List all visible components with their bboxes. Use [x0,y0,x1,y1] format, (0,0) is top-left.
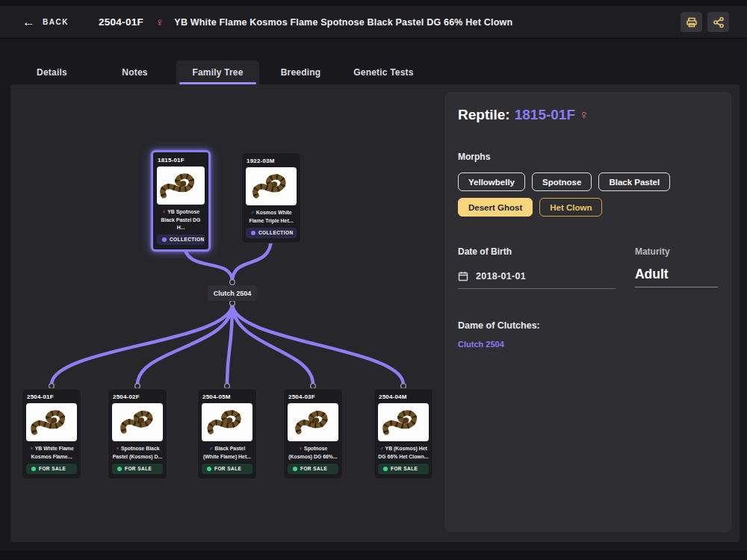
morph-chip-spotnose[interactable]: Spotnose [532,172,592,191]
tree-node-2504-04M[interactable]: 2504-04M ♂ YB (Kosmos) Het DG 66% Het Cl… [374,388,433,479]
snake-photo [26,403,77,441]
snake-photo [112,403,163,441]
family-tree-canvas[interactable]: 1815-01F ♀ YB Spotnose Black Pastel DG H… [10,84,740,542]
dob-input[interactable]: 2018-01-01 [458,271,616,289]
clutch-node[interactable]: Clutch 2504 [208,285,257,301]
status-badge: FOR SALE [202,464,252,474]
female-icon: ♀ [299,445,303,452]
node-morphs: ♂ Kosmos White Flame Triple Het... [246,209,297,225]
male-icon: ♂ [209,445,214,452]
female-icon: ♀ [162,208,167,215]
morph-chip-black-pastel[interactable]: Black Pastel [598,172,670,191]
back-button[interactable]: ← BACK [22,16,69,28]
snake-photo [288,403,338,441]
for-sale-dot-icon [383,467,388,471]
back-arrow-icon: ← [22,16,35,28]
snake-photo [157,167,205,205]
node-id: 2504-01F [27,393,77,400]
status-badge: FOR SALE [288,464,338,474]
snake-photo [202,403,252,441]
page-title: YB White Flame Kosmos Flame Spotnose Bla… [174,17,512,28]
status-badge: COLLECTION [157,234,205,245]
node-id: 1815-01F [158,157,205,164]
female-icon: ♀ [29,445,34,452]
tree-node-2504-02F[interactable]: 2504-02F ♀ Spotnose Black Pastel (Kosmos… [108,388,167,479]
maturity-field: Maturity Adult [635,246,718,289]
tree-node-1922-03M[interactable]: 1922-03M ♂ Kosmos White Flame Triple Het… [241,152,301,243]
panel-reptile-id: 1815-01F [515,107,575,122]
collection-dot-icon [162,237,167,242]
snake-photo [378,403,429,441]
node-morphs: ♀ Spotnose (Kosmos) DG 66%... [288,445,338,461]
morph-chip-desert-ghost[interactable]: Desert Ghost [458,198,533,217]
back-label: BACK [43,18,69,26]
for-sale-dot-icon [293,467,297,471]
node-id: 2504-04M [379,393,429,400]
tab-details[interactable]: Details [10,60,93,84]
maturity-value[interactable]: Adult [635,267,718,287]
panel-heading: Reptile:1815-01F♀ [458,107,718,123]
female-icon: ♀ [579,108,589,122]
print-button[interactable] [681,12,702,32]
for-sale-dot-icon [31,467,36,471]
header-actions [681,12,729,32]
fields-row: Date of Birth 2018-01-01 Maturity Adult [458,246,718,289]
tab-genetic-tests[interactable]: Genetic Tests [342,60,425,84]
date-of-birth-field: Date of Birth 2018-01-01 [458,246,616,289]
tab-family-tree[interactable]: Family Tree [176,60,259,84]
morph-chips: Yellowbelly Spotnose Black Pastel Desert… [458,172,718,217]
status-badge: COLLECTION [246,228,297,238]
node-morphs: ♂ YB (Kosmos) Het DG 66% Het Clown... [378,445,429,461]
node-id: 1922-03M [247,158,297,164]
for-sale-dot-icon [117,467,122,471]
printer-icon [686,16,698,28]
main-content: Details Notes Family Tree Breeding Genet… [0,39,747,551]
male-icon: ♂ [250,209,255,216]
tree-node-2504-03F[interactable]: 2504-03F ♀ Spotnose (Kosmos) DG 66%... F… [283,388,343,479]
female-icon: ♀ [155,16,164,28]
status-badge: FOR SALE [378,464,429,474]
male-icon: ♂ [379,445,384,452]
tab-breeding[interactable]: Breeding [259,60,342,84]
tree-node-2504-05M[interactable]: 2504-05M ♂ Black Pastel (White Flame) He… [197,388,257,479]
header-reptile-id: 2504-01F [99,16,143,28]
app-window: ← BACK 2504-01F ♀ YB White Flame Kosmos … [0,0,747,560]
share-button[interactable] [707,12,729,32]
node-id: 2504-03F [288,393,338,400]
node-morphs: ♂ Black Pastel (White Flame) Het... [202,445,252,461]
maturity-label: Maturity [635,246,718,257]
morphs-label: Morphs [458,152,718,162]
clutch-link[interactable]: Clutch 2504 [458,340,504,349]
dob-value: 2018-01-01 [476,271,526,281]
tab-bar: Details Notes Family Tree Breeding Genet… [10,60,425,84]
node-morphs: ♀ Spotnose Black Pastel (Kosmos) D... [112,445,163,461]
status-badge: FOR SALE [26,464,77,474]
collection-dot-icon [251,231,255,235]
snake-photo [246,167,297,205]
dob-label: Date of Birth [458,246,616,257]
dame-of-clutches-label: Dame of Clutches: [458,320,718,331]
node-morphs: ♀ YB White Flame Kosmos Flame... [26,445,77,461]
morph-chip-yellowbelly[interactable]: Yellowbelly [458,172,525,191]
node-id: 2504-02F [113,393,163,400]
header-bar: ← BACK 2504-01F ♀ YB White Flame Kosmos … [0,6,747,39]
tree-node-2504-01F[interactable]: 2504-01F ♀ YB White Flame Kosmos Flame..… [22,388,81,479]
for-sale-dot-icon [207,467,211,471]
calendar-icon [458,271,468,281]
status-badge: FOR SALE [112,464,163,474]
share-icon [713,16,725,28]
tree-node-1815-01F[interactable]: 1815-01F ♀ YB Spotnose Black Pastel DG H… [151,150,211,252]
reptile-info-panel: Reptile:1815-01F♀ Morphs Yellowbelly Spo… [444,92,731,532]
tab-notes[interactable]: Notes [93,60,176,84]
node-morphs: ♀ YB Spotnose Black Pastel DG H... [157,208,205,231]
female-icon: ♀ [115,445,120,452]
node-id: 2504-05M [202,393,252,400]
morph-chip-het-clown[interactable]: Het Clown [539,198,602,217]
